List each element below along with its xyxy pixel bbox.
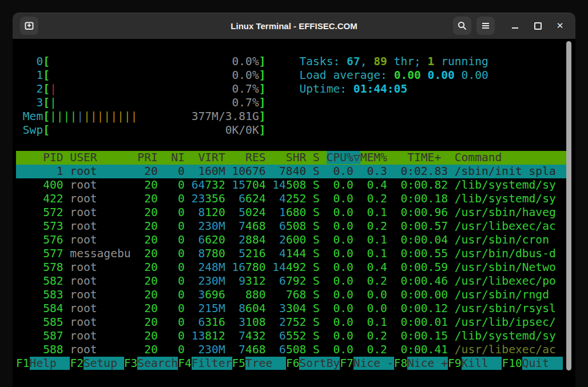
process-row-584[interactable]: 584 root 20 0 215M 8604 3304 S 0.0 0.0 0… bbox=[16, 302, 567, 316]
mem-value: 6 bbox=[279, 343, 286, 356]
pad bbox=[272, 220, 279, 233]
pad bbox=[192, 343, 198, 356]
meter-close-bracket: ] bbox=[259, 110, 266, 123]
maximize-icon bbox=[534, 22, 542, 30]
cpu-meter-0-value: 0.0% bbox=[232, 55, 259, 68]
meter-open-bracket: [ bbox=[43, 123, 50, 137]
pad bbox=[192, 274, 198, 288]
gap bbox=[265, 69, 299, 82]
process-row-422[interactable]: 422 root 20 0 23356 6624 4252 S 0.0 0.2 … bbox=[16, 192, 567, 206]
fkey-f10-button[interactable]: F10Quit bbox=[502, 357, 562, 370]
gap bbox=[265, 288, 272, 301]
pri-ni-cells: 20 0 bbox=[137, 343, 191, 356]
user-cell: messagebu bbox=[63, 247, 138, 260]
process-row-582[interactable]: 582 root 20 0 230M 9312 6792 S 0.0 0.2 0… bbox=[16, 274, 567, 288]
process-table-header[interactable]: PID USER PRI NI VIRT RES SHR S CPU%▽MEM%… bbox=[16, 151, 567, 165]
new-tab-button[interactable] bbox=[20, 17, 38, 35]
fkey-number: F10 bbox=[502, 357, 522, 370]
mem-value: 8 bbox=[198, 247, 205, 260]
pid-cell: 577 bbox=[16, 247, 63, 260]
gap bbox=[225, 316, 232, 329]
meter-close-bracket: ] bbox=[259, 69, 266, 82]
mem-value: 6 bbox=[279, 220, 286, 233]
mem-value: 468 bbox=[245, 343, 265, 356]
process-row-585[interactable]: 585 root 20 0 6316 3108 2752 S 0.0 0.1 0… bbox=[16, 316, 567, 329]
user-cell: root bbox=[63, 274, 138, 288]
meter-space bbox=[50, 69, 232, 82]
mem-value: 216 bbox=[245, 247, 265, 260]
user-cell: root bbox=[63, 302, 138, 315]
fkey-f9-button[interactable]: F9Kill bbox=[448, 357, 502, 370]
fkey-f7-button[interactable]: F7Nice - bbox=[340, 357, 394, 370]
mem-value: 624 bbox=[245, 192, 265, 205]
mem-value: 8 bbox=[239, 302, 245, 315]
pad bbox=[272, 329, 279, 342]
mem-value: 792 bbox=[286, 274, 306, 288]
pri-ni-cells: 20 0 bbox=[137, 288, 191, 301]
process-row-572[interactable]: 572 root 20 0 8120 5024 1680 S 0.0 0.1 0… bbox=[16, 206, 567, 220]
sort-column-cpu[interactable]: CPU%▽ bbox=[327, 151, 360, 164]
command-cell: /usr/sbin/Netwo bbox=[455, 261, 556, 274]
menu-button[interactable] bbox=[476, 17, 495, 35]
meter-bar-yellow: | bbox=[90, 110, 97, 123]
fkey-number: F4 bbox=[178, 357, 192, 370]
gap bbox=[225, 329, 232, 342]
mem-value: 752 bbox=[286, 316, 306, 329]
meter-bar-yellow: | bbox=[124, 110, 131, 123]
meter-open-bracket: [ bbox=[43, 110, 50, 123]
process-row-583[interactable]: 583 root 20 0 3696 880 768 S 0.0 0.0 0:0… bbox=[16, 288, 567, 302]
process-row-400[interactable]: 400 root 20 0 64732 15704 14508 S 0.0 0.… bbox=[16, 178, 567, 192]
mem-value: 508 bbox=[286, 220, 306, 233]
fkey-f6-button[interactable]: F6SortBy bbox=[286, 357, 340, 370]
process-row-576[interactable]: 576 root 20 0 6620 2884 2600 S 0.0 0.1 0… bbox=[16, 233, 567, 247]
command-cell: /usr/sbin/rngd bbox=[455, 288, 549, 301]
command-cell: /lib/systemd/sy bbox=[455, 329, 556, 342]
pad bbox=[192, 261, 198, 274]
state-cpu-mem-time-cells: S 0.0 0.2 0:00.57 bbox=[306, 220, 455, 233]
mem-value: 2 bbox=[239, 233, 245, 246]
fkey-f2-button[interactable]: F2Setup bbox=[70, 357, 124, 370]
mem-value: 680 bbox=[286, 206, 306, 219]
pad bbox=[232, 220, 239, 233]
mem-value: 3 bbox=[198, 288, 205, 301]
mem-value: 316 bbox=[205, 316, 225, 329]
mem-value: 880 bbox=[245, 288, 265, 301]
state-cpu-mem-time-cells: S 0.0 0.1 0:00.96 bbox=[306, 206, 455, 219]
fkey-f3-button[interactable]: F3Search bbox=[124, 357, 178, 370]
mem-value: 108 bbox=[245, 316, 265, 329]
maximize-button[interactable] bbox=[531, 17, 545, 35]
mem-value: 508 bbox=[286, 343, 306, 356]
pad bbox=[232, 288, 246, 301]
process-row-1[interactable]: 1 root 20 0 160M 10676 7840 S 0.0 0.3 0:… bbox=[16, 165, 567, 178]
process-row-577[interactable]: 577 messagebu 20 0 8780 5216 4144 S 0.0 … bbox=[16, 247, 567, 261]
cpu-meter-3-value: 0.7% bbox=[232, 96, 259, 109]
cpu-meter-2-label: 2 bbox=[16, 82, 43, 95]
gap bbox=[265, 316, 272, 329]
fkey-f4-button[interactable]: F4Filter bbox=[178, 357, 232, 370]
process-row-588[interactable]: 588 root 20 0 230M 7468 6508 S 0.0 0.2 0… bbox=[16, 343, 567, 357]
close-button[interactable]: ✕ bbox=[553, 17, 567, 35]
state-cpu-mem-time-cells: S 0.0 0.2 0:00.15 bbox=[306, 329, 455, 342]
command-cell: /usr/sbin/cron bbox=[455, 233, 549, 246]
mem-value: 215M bbox=[198, 302, 225, 315]
fkey-number: F3 bbox=[124, 357, 138, 370]
header-columns: PID USER PRI NI VIRT RES SHR S bbox=[16, 151, 327, 164]
mem-value: 4 bbox=[279, 247, 286, 260]
minimize-button[interactable] bbox=[508, 17, 522, 35]
vertical-scrollbar[interactable] bbox=[566, 41, 571, 370]
search-button[interactable] bbox=[453, 17, 471, 35]
mem-value: 3 bbox=[279, 302, 286, 315]
process-row-578[interactable]: 578 root 20 0 248M 16780 14492 S 0.0 0.4… bbox=[16, 261, 567, 274]
fkey-f1-button[interactable]: F1Help bbox=[16, 357, 70, 370]
gap bbox=[225, 178, 232, 191]
process-row-573[interactable]: 573 root 20 0 230M 7468 6508 S 0.0 0.2 0… bbox=[16, 220, 567, 233]
meter-open-bracket: [ bbox=[43, 82, 50, 95]
mem-value: 508 bbox=[286, 178, 306, 191]
meter-space bbox=[50, 123, 225, 137]
meter-close-bracket: ] bbox=[259, 82, 266, 95]
pid-cell: 400 bbox=[16, 178, 63, 191]
fkey-f8-button[interactable]: F8Nice + bbox=[394, 357, 448, 370]
mem-value: 732 bbox=[205, 178, 225, 191]
process-row-587[interactable]: 587 root 20 0 13812 7432 6552 S 0.0 0.2 … bbox=[16, 329, 567, 343]
fkey-f5-button[interactable]: F5Tree bbox=[232, 357, 286, 370]
